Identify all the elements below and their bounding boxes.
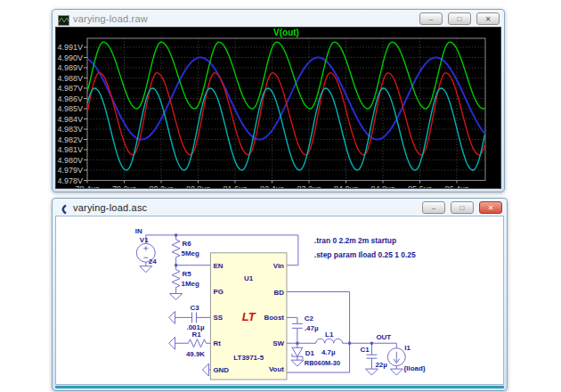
x-tick-label: 84.8µs <box>370 184 395 189</box>
window-bottom-accent <box>55 386 504 388</box>
u1-ref: U1 <box>244 274 254 282</box>
directive-tran[interactable]: .tran 0 2.2m 2m startup <box>314 236 396 245</box>
r5-ref: R5 <box>183 270 192 278</box>
component-v1[interactable]: V1 24 <box>136 235 157 273</box>
component-l1[interactable]: L1 4.7µ <box>316 331 343 356</box>
schematic-canvas[interactable]: V1 24 IN R6 5Meg R5 1Meg EN PG <box>55 216 504 385</box>
y-tick-label: 4.991V <box>57 43 83 52</box>
gnd-pin-ground-icon <box>202 363 210 376</box>
component-i1[interactable]: I1 {Iload} <box>387 343 426 375</box>
pin-boost: Boost <box>264 314 284 322</box>
maximize-button[interactable]: □ <box>451 201 474 214</box>
y-tick-label: 4.986V <box>57 94 83 103</box>
directive-step[interactable]: .step param Iload 0.25 1 0.25 <box>314 250 416 259</box>
r1-ref: R1 <box>191 331 201 339</box>
minimize-button[interactable]: – <box>419 12 443 25</box>
c3-ref: C3 <box>190 304 199 312</box>
r6-ref: R6 <box>183 240 192 248</box>
schematic-window[interactable]: varying-load.asc – □ ✕ V1 24 IN <box>52 198 508 391</box>
y-tick-label: 4.984V <box>57 115 83 124</box>
waveform-pane[interactable]: 4.991V4.990V4.989V4.988V4.987V4.986V4.98… <box>55 27 501 189</box>
pin-gnd: GND <box>213 366 229 374</box>
close-button[interactable]: ✕ <box>479 201 502 214</box>
pin-bd: BD <box>274 289 285 297</box>
l1-ref: L1 <box>325 331 334 339</box>
y-tick-label: 4.980V <box>57 156 83 165</box>
v1-value: 24 <box>149 257 157 265</box>
pin-vin: Vin <box>273 262 284 270</box>
l1-value: 4.7µ <box>321 348 336 356</box>
waveform-titlebar[interactable]: varying-load.raw – □ ✕ <box>53 10 504 27</box>
close-button[interactable]: ✕ <box>476 12 500 25</box>
maximize-button[interactable]: □ <box>448 12 471 25</box>
u1-part: LT3971-5 <box>233 354 264 362</box>
y-tick-label: 4.987V <box>57 84 83 93</box>
minimize-button[interactable]: – <box>422 201 445 214</box>
y-tick-label: 4.981V <box>57 145 83 154</box>
pin-ss: SS <box>213 314 223 322</box>
schematic-svg[interactable]: V1 24 IN R6 5Meg R5 1Meg EN PG <box>56 216 503 384</box>
d1-ref: D1 <box>305 349 315 357</box>
y-tick-label: 4.990V <box>57 53 83 62</box>
plot-border <box>87 38 485 181</box>
r6-value: 5Meg <box>182 249 199 257</box>
v1-ref: V1 <box>140 236 149 244</box>
component-r5[interactable]: R5 1Meg <box>170 265 199 300</box>
component-r1[interactable]: R1 49.9K <box>169 331 211 358</box>
component-r6[interactable]: R6 5Meg <box>172 235 199 265</box>
x-tick-label: 79.2µs <box>112 184 137 189</box>
x-tick-label: 86.4µs <box>444 184 469 189</box>
x-tick-label: 85.6µs <box>408 184 433 189</box>
vout-plot[interactable]: 4.991V4.990V4.989V4.988V4.987V4.986V4.98… <box>56 28 500 188</box>
y-tick-label: 4.989V <box>57 63 83 72</box>
y-tick-label: 4.985V <box>57 104 83 113</box>
x-tick-label: 78.4µs <box>75 184 100 189</box>
ltspice-app-icon <box>58 202 69 213</box>
pin-sw: SW <box>272 339 284 347</box>
c2-value: .47µ <box>305 324 319 332</box>
lt-logo-icon: LT <box>242 310 256 323</box>
i1-value: {Iload} <box>403 364 426 372</box>
x-tick-label: 81.6µs <box>223 184 248 189</box>
r1-value: 49.9K <box>186 350 205 358</box>
pin-en: EN <box>213 262 223 270</box>
component-u1[interactable]: EN PG SS Rt GND Vin BD Boost SW Vout U1 … <box>210 253 287 380</box>
r5-value: 1Meg <box>182 280 199 288</box>
schematic-titlebar[interactable]: varying-load.asc – □ ✕ <box>53 199 507 216</box>
component-c3[interactable]: C3 .001µ <box>169 304 211 331</box>
waveform-window[interactable]: varying-load.raw – □ ✕ 4.991V4.990V4.989… <box>52 9 505 192</box>
pin-pg: PG <box>213 288 223 296</box>
y-tick-label: 4.979V <box>57 166 83 175</box>
pin-vout: Vout <box>269 365 284 373</box>
y-tick-label: 4.988V <box>57 74 83 83</box>
c1-value: 22µ <box>375 361 387 369</box>
window-title: varying-load.raw <box>73 13 414 24</box>
component-c1[interactable]: C1 22µ <box>361 343 388 375</box>
net-label-in[interactable]: IN <box>135 227 142 235</box>
d1-value: RB060M-30 <box>305 359 340 367</box>
y-tick-label: 4.982V <box>57 135 83 144</box>
i1-ref: I1 <box>404 344 411 352</box>
net-label-out[interactable]: OUT <box>376 333 391 341</box>
plot-title[interactable]: V(out) <box>273 28 299 37</box>
window-title: varying-load.asc <box>73 202 417 213</box>
x-tick-label: 80.8µs <box>186 184 211 189</box>
c1-ref: C1 <box>361 346 370 354</box>
x-tick-label: 82.4µs <box>260 184 285 189</box>
x-tick-label: 84.0µs <box>334 184 359 189</box>
waveform-file-icon <box>58 13 69 24</box>
pin-rt: Rt <box>213 339 221 347</box>
component-c2[interactable]: C2 .47µ <box>287 314 319 343</box>
c2-ref: C2 <box>305 314 314 323</box>
x-tick-label: 83.2µs <box>297 184 321 189</box>
x-tick-label: 80.0µs <box>149 184 174 189</box>
y-tick-label: 4.983V <box>57 125 83 134</box>
